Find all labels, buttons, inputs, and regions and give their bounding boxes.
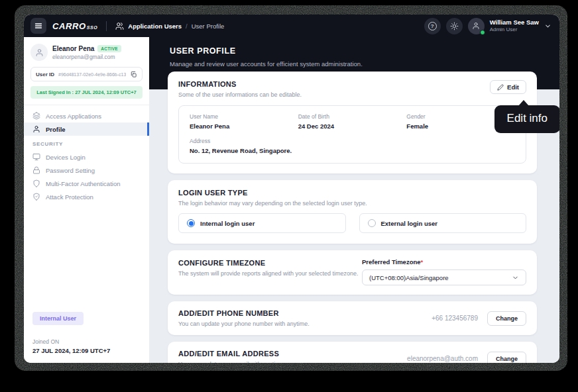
topbar: CARROsso Application Users / User Profil…: [24, 15, 559, 37]
app-body: Eleanor Pena ACTIVE eleanorpena@gmail.co…: [24, 37, 559, 363]
sidebar-item-multi-factor-authentication[interactable]: Multi-Factor Authentication: [24, 177, 149, 190]
edit-button-label: Edit: [507, 83, 519, 91]
field-value: 24 Dec 2024: [298, 122, 407, 130]
timezone-select[interactable]: (UTC+08:00)Asia/Singapore: [362, 270, 526, 285]
sidebar-user-card: Eleanor Pena ACTIVE eleanorpena@gmail.co…: [24, 37, 149, 64]
field-address: Address No. 12, Revenue Road, Singapore.: [190, 138, 515, 154]
last-signed-in-banner: Last Signed In : 27 JUL 2024, 12:09 UTC+…: [30, 86, 143, 99]
sidebar-item-access-applications[interactable]: Access Applications: [24, 109, 149, 122]
topbar-user-name: William See Saw: [490, 19, 539, 26]
avatar[interactable]: [468, 18, 485, 34]
phone-value: +66 123456789: [432, 315, 478, 322]
logo-suffix: sso: [87, 25, 98, 30]
breadcrumb-separator: /: [186, 23, 188, 30]
page-subtitle: Manage and review user accounts for effi…: [170, 60, 559, 68]
field-value: Eleanor Pena: [190, 122, 298, 130]
phone-subtitle: You can update your phone number with an…: [178, 320, 432, 327]
sidebar-item-profile[interactable]: Profile: [24, 122, 149, 136]
logo-text: CARRO: [52, 21, 86, 31]
user-menu-button[interactable]: [544, 23, 551, 30]
app-logo: CARROsso: [52, 21, 97, 31]
sidebar-item-label: Attack Protection: [46, 193, 93, 201]
sidebar-item-label: Devices Login: [46, 154, 86, 161]
copy-button[interactable]: [130, 71, 137, 78]
menu-button[interactable]: [30, 18, 46, 34]
sidebar-item-label: Multi-Factor Authentication: [46, 180, 120, 187]
option-label: External login user: [381, 220, 438, 227]
internal-login-user-option[interactable]: Internal login user: [178, 213, 346, 233]
shield-icon: [32, 179, 40, 187]
informations-subtitle: Some of the user informations can be edi…: [178, 91, 302, 98]
topbar-user-role: Admin User: [490, 26, 539, 33]
external-login-user-option[interactable]: External login user: [359, 213, 527, 233]
field-user-name: User Name Eleanor Pena: [190, 113, 298, 130]
chevron-down-icon: [544, 23, 551, 30]
timezone-subtitle: The system will provide reports aligned …: [178, 270, 362, 277]
informations-title: INFORMATIONS: [178, 80, 302, 88]
sun-icon: [450, 22, 459, 30]
pencil-icon: [497, 84, 504, 91]
preferred-timezone-label: Preferred Timezone: [362, 258, 421, 266]
status-badge: ACTIVE: [97, 45, 121, 52]
layers-icon: [32, 112, 40, 120]
timezone-selected-value: (UTC+08:00)Asia/Singapore: [369, 274, 449, 281]
email-subtitle: You can update your email with anytime.: [178, 361, 407, 363]
hamburger-icon: [34, 22, 42, 30]
monitor-icon: [32, 153, 40, 161]
sidebar-user-name: Eleanor Pena: [52, 45, 94, 52]
sidebar-item-label: Access Applications: [46, 113, 101, 120]
content: INFORMATIONS Some of the user informatio…: [149, 89, 559, 363]
login-user-type-title: LOGIN USER TYPE: [178, 189, 526, 197]
sidebar-footer: Internal User Joined ON 27 JUL 2024, 12:…: [24, 305, 149, 363]
field-date-of-birth: Date of Birth 24 Dec 2024: [298, 113, 407, 130]
online-status-dot: [480, 30, 485, 35]
lock-icon: [32, 166, 40, 174]
change-email-button[interactable]: Change: [487, 352, 526, 364]
chevron-down-icon: [512, 274, 519, 281]
breadcrumb-section[interactable]: Application Users: [128, 23, 182, 30]
user-id-box: User ID #96d48137-02e0-4e9e-866b-c131: [30, 67, 143, 81]
sidebar-divider: [24, 105, 149, 105]
sidebar-section-security: SECURITY: [24, 136, 149, 150]
help-icon: ?: [428, 22, 437, 30]
theme-toggle-button[interactable]: [446, 18, 463, 34]
radio-selected-icon[interactable]: [187, 219, 195, 227]
sidebar-avatar: [30, 44, 48, 61]
edit-button[interactable]: Edit: [490, 80, 526, 94]
sidebar-item-attack-protection[interactable]: Attack Protection: [24, 190, 149, 203]
edit-info-tooltip: Edit info: [494, 105, 559, 133]
page-title: USER PROFILE: [170, 46, 559, 56]
topbar-divider: [106, 21, 107, 31]
internal-user-badge: Internal User: [32, 312, 84, 325]
informations-card: INFORMATIONS Some of the user informatio…: [168, 72, 537, 173]
help-button[interactable]: ?: [424, 18, 441, 34]
field-label: Address: [190, 138, 515, 144]
user-icon: [472, 22, 480, 30]
field-label: Date of Birth: [298, 113, 407, 120]
app-window: CARROsso Application Users / User Profil…: [24, 15, 559, 363]
required-mark: *: [421, 258, 424, 266]
user-id-value: #96d48137-02e0-4e9e-866b-c131: [58, 72, 126, 77]
joined-on-value: 27 JUL 2024, 12:09 UTC+7: [32, 347, 141, 354]
copy-icon: [130, 71, 137, 78]
phone-title: ADD/EDIT PHONE NUMBER: [178, 309, 432, 317]
option-label: Internal login user: [200, 220, 255, 227]
sidebar-item-label: Profile: [46, 126, 66, 133]
user-icon: [35, 48, 44, 57]
informations-fields: User Name Eleanor Pena Date of Birth 24 …: [178, 105, 526, 164]
change-phone-button[interactable]: Change: [487, 311, 526, 326]
users-icon: [115, 22, 124, 30]
shield-check-icon: [32, 193, 40, 201]
topbar-user-meta: William See Saw Admin User: [490, 19, 539, 33]
sidebar-item-password-setting[interactable]: Password Setting: [24, 164, 149, 177]
email-address-card: ADD/EDIT EMAIL ADDRESS You can update yo…: [168, 342, 537, 363]
field-value: No. 12, Revenue Road, Singapore.: [190, 147, 515, 154]
sidebar-item-devices-login[interactable]: Devices Login: [24, 150, 149, 164]
field-label: User Name: [190, 113, 298, 120]
breadcrumb-current: User Profile: [192, 23, 225, 30]
user-icon: [32, 125, 40, 133]
timezone-title: CONFIGURE TIMEZONE: [178, 259, 362, 267]
main-area: USER PROFILE Manage and review user acco…: [149, 37, 559, 363]
user-id-label: User ID: [36, 72, 54, 77]
radio-unselected-icon[interactable]: [368, 219, 376, 227]
